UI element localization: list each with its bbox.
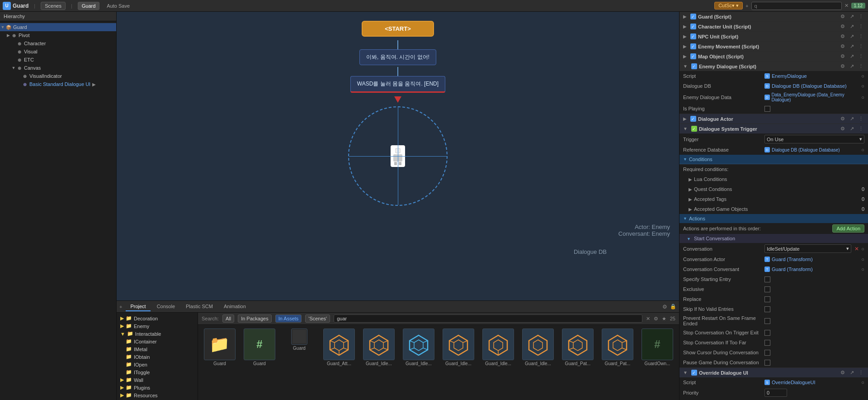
tree-item-character[interactable]: ⊕ Character xyxy=(0,39,116,48)
link-icon[interactable]: ○ xyxy=(861,267,864,272)
tree-item-canvas[interactable]: ▼ ⊕ Canvas xyxy=(0,64,116,72)
link-icon[interactable]: ↗ xyxy=(848,370,855,376)
is-playing-checkbox[interactable] xyxy=(764,106,770,112)
gear-icon[interactable]: ⚙ xyxy=(839,43,846,49)
stop-trigger-exit-checkbox[interactable] xyxy=(764,330,770,336)
stop-too-far-checkbox[interactable] xyxy=(764,340,770,346)
more-icon[interactable]: ⋮ xyxy=(857,33,864,39)
gear-icon[interactable]: ⚙ xyxy=(839,14,846,19)
panel-settings-icon[interactable]: ⚙ xyxy=(662,304,667,310)
asset-item-guard-pat1[interactable]: Guard_Pat... xyxy=(560,329,596,366)
tree-item-pivot[interactable]: ▶ ⊕ Pivot xyxy=(0,31,116,39)
conditions-section-header[interactable]: ▼ Conditions xyxy=(679,155,868,164)
asset-item-guard-att[interactable]: Guard_Att... xyxy=(321,329,357,366)
comp-enabled[interactable]: ✓ xyxy=(690,33,696,39)
asset-item-guard-hash[interactable]: # Guard xyxy=(241,329,278,366)
filter-scenes[interactable]: 'Scenes' xyxy=(305,314,330,323)
asset-item-guard-folder[interactable]: 📁 Guard xyxy=(202,329,238,366)
skip-no-valid-checkbox[interactable] xyxy=(764,306,770,312)
link-icon[interactable]: ○ xyxy=(861,147,864,152)
comp-enabled[interactable]: ✓ xyxy=(690,116,696,122)
scenes-tab[interactable]: Scenes xyxy=(41,2,66,10)
link-icon[interactable]: ○ xyxy=(861,257,864,262)
filter-in-packages[interactable]: In Packages xyxy=(238,314,272,323)
gear-icon[interactable]: ⚙ xyxy=(839,53,846,59)
link-icon[interactable]: ↗ xyxy=(848,33,855,39)
scene-search-input[interactable] xyxy=(751,2,842,10)
guard-tab[interactable]: Guard xyxy=(78,2,100,10)
comp-header-map-object[interactable]: ▶ ✓ Map Object (Script) ⚙ ↗ ⋮ xyxy=(679,52,868,61)
link-icon[interactable]: ○ xyxy=(861,380,864,385)
panel-lock-icon[interactable]: 🔒 xyxy=(670,304,676,310)
asset-folder-iobtain[interactable]: 📁 IObtain xyxy=(118,353,196,361)
tab-console[interactable]: Console xyxy=(152,302,179,311)
asset-item-guard-small[interactable]: Guard xyxy=(281,329,317,351)
clear-conversation-btn[interactable]: ✕ xyxy=(853,246,860,252)
comp-enabled[interactable]: ✓ xyxy=(691,370,697,376)
start-node[interactable]: <START> xyxy=(362,21,434,37)
link-icon[interactable]: ○ xyxy=(861,95,864,100)
cutscene-dropdown[interactable]: CutSc▾ ▾ xyxy=(714,2,743,10)
tab-project[interactable]: Project xyxy=(126,302,150,311)
asset-item-guard-pat2[interactable]: Guard_Pat... xyxy=(599,329,636,366)
asset-item-guard-idle1[interactable]: Guard_Idle... xyxy=(361,329,397,366)
more-icon[interactable]: ⋮ xyxy=(857,24,864,29)
tree-item-etc[interactable]: ⊕ ETC xyxy=(0,56,116,64)
comp-header-enemy-dialogue[interactable]: ▼ ✓ Enemy Dialogue (Script) ⚙ ↗ ⋮ xyxy=(679,62,868,71)
asset-folder-wall[interactable]: ▶ 📁 Wall xyxy=(118,376,196,384)
more-icon[interactable]: ⋮ xyxy=(857,370,864,376)
comp-header-guard[interactable]: ▶ ✓ Guard (Script) ⚙ ↗ ⋮ xyxy=(679,12,868,21)
comp-enabled[interactable]: ✓ xyxy=(690,24,696,29)
trigger-dropdown[interactable]: On Use ▾ xyxy=(764,135,864,143)
asset-folder-interactable[interactable]: ▼ 📁 Interactable xyxy=(118,330,196,338)
replace-checkbox[interactable] xyxy=(764,296,770,302)
asset-folder-plugins[interactable]: ▶ 📁 Plugins xyxy=(118,384,196,391)
link-icon[interactable]: ↗ xyxy=(848,14,855,19)
tree-item-guard[interactable]: ▼ 📦 Guard xyxy=(0,23,116,31)
comp-header-character-unit[interactable]: ▶ ✓ Character Unit (Script) ⚙ ↗ ⋮ xyxy=(679,22,868,31)
asset-item-guard-idle2[interactable]: Guard_Idle... xyxy=(401,329,437,366)
comp-enabled[interactable]: ✓ xyxy=(690,43,696,49)
comp-enabled[interactable]: ✓ xyxy=(691,126,697,132)
dialogue-box-2[interactable]: WASD를 눌러 몸을 움직여. [END] xyxy=(350,76,445,93)
comp-header-dst[interactable]: ▼ ✓ Dialogue System Trigger ⚙ ↗ ⋮ xyxy=(679,124,868,133)
link-icon[interactable]: ○ xyxy=(861,83,864,89)
tab-animation[interactable]: Animation xyxy=(219,302,250,311)
actions-section-header[interactable]: ▼ Actions xyxy=(679,214,868,223)
filter-in-assets[interactable]: In Assets xyxy=(275,314,302,323)
more-icon[interactable]: ⋮ xyxy=(857,63,864,69)
link-icon[interactable]: ○ xyxy=(861,246,864,252)
more-icon[interactable]: ⋮ xyxy=(857,14,864,19)
comp-enabled[interactable]: ✓ xyxy=(690,53,696,59)
add-tab-btn[interactable]: + xyxy=(119,304,122,310)
priority-input[interactable] xyxy=(764,389,787,397)
asset-folder-icontainer[interactable]: 📁 IContainer xyxy=(118,338,196,345)
add-action-button[interactable]: Add Action xyxy=(832,224,864,233)
gear-icon[interactable]: ⚙ xyxy=(839,24,846,29)
conversation-dropdown[interactable]: IdleSet/Update ▾ xyxy=(764,244,851,253)
more-icon[interactable]: ⋮ xyxy=(857,53,864,59)
start-conversation-header[interactable]: ▼ Start Conversation xyxy=(679,234,868,243)
favorites-icon[interactable]: ★ xyxy=(662,316,666,322)
more-icon[interactable]: ⋮ xyxy=(857,116,864,122)
asset-search-input[interactable] xyxy=(334,314,642,323)
tab-plastic-scm[interactable]: Plastic SCM xyxy=(181,302,217,311)
gear-icon[interactable]: ⚙ xyxy=(839,116,846,122)
comp-enabled[interactable]: ✓ xyxy=(691,63,697,69)
asset-item-guardown[interactable]: # GuardOwn... xyxy=(639,329,675,366)
dialogue-box-1[interactable]: 이봐, 움직여. 시간이 없어! xyxy=(359,49,436,65)
filter-all[interactable]: All xyxy=(222,314,234,323)
pause-game-checkbox[interactable] xyxy=(764,360,770,366)
tree-item-basic-dialogue-ui[interactable]: ⊕ Basic Standard Dialogue UI ▶ xyxy=(0,80,116,88)
comp-header-enemy-movement[interactable]: ▶ ✓ Enemy Movement (Script) ⚙ ↗ ⋮ xyxy=(679,42,868,51)
asset-folder-resources[interactable]: ▶ 📁 Resources xyxy=(118,391,196,399)
asset-folder-decoration[interactable]: ▶ 📁 Decoration xyxy=(118,314,196,322)
asset-item-guard-idle4[interactable]: Guard_Idle... xyxy=(480,329,516,366)
asset-folder-enemy[interactable]: ▶ 📁 Enemy xyxy=(118,322,196,330)
more-icon[interactable]: ⋮ xyxy=(857,126,864,132)
link-icon[interactable]: ↗ xyxy=(848,126,855,132)
link-icon[interactable]: ↗ xyxy=(848,53,855,59)
gear-icon[interactable]: ⚙ xyxy=(839,63,846,69)
specify-starting-checkbox[interactable] xyxy=(764,276,770,282)
comp-header-npc-unit[interactable]: ▶ ✓ NPC Unit (Script) ⚙ ↗ ⋮ xyxy=(679,32,868,41)
